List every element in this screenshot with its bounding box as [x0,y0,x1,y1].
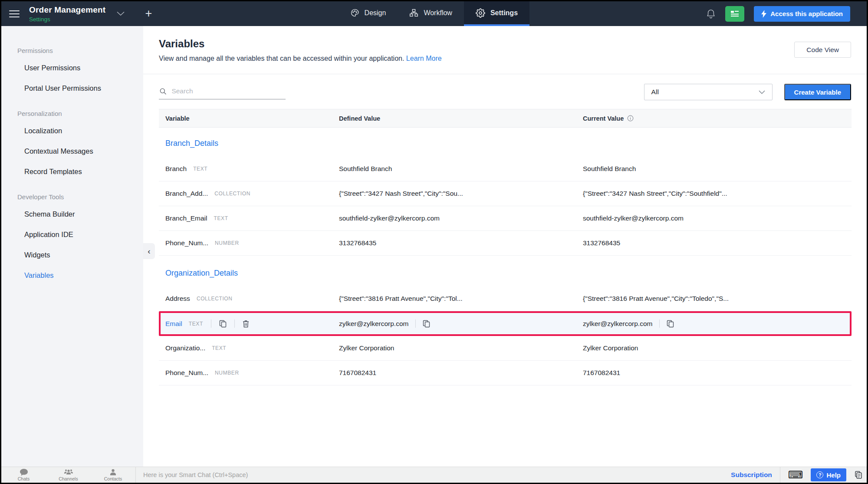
new-application-button[interactable]: + [135,7,161,20]
learn-more-link[interactable]: Learn More [406,55,442,62]
tab-settings[interactable]: Settings [464,1,529,26]
defined-value: zylker@zylkercorp.com [339,320,408,328]
chats-button[interactable]: Chats [1,467,46,483]
sidebar-section-permissions: Permissions [1,43,143,58]
group-title-organization-details[interactable]: Organization_Details [159,256,852,286]
variable-type-badge: TEXT [212,345,226,351]
table-row[interactable]: Branch_Email TEXT southfield-zylker@zylk… [159,206,852,231]
variable-name[interactable]: Phone_Num... [165,369,208,377]
copy-icon[interactable] [423,320,430,328]
variable-type-badge: COLLECTION [214,191,250,197]
subscription-link[interactable]: Subscription [731,471,772,479]
topbar: Order Management Settings + Design [1,1,867,26]
variable-name[interactable]: Address [165,295,190,303]
app-switcher-chevron-down-icon[interactable] [117,11,125,16]
channels-label: Channels [59,476,78,481]
defined-value: southfield-zylker@zylkercorp.com [339,214,440,222]
filter-selected-value: All [651,88,659,96]
code-view-button[interactable]: Code View [794,42,851,58]
channels-button[interactable]: Channels [46,467,91,483]
defined-value: 7167082431 [339,369,376,377]
variable-type-badge: NUMBER [215,240,239,246]
defined-value: 3132768435 [339,239,376,247]
table-row[interactable]: Phone_Num... NUMBER 3132768435 313276843… [159,231,852,256]
app-window: Order Management Settings + Design [0,0,868,484]
icon-divider [659,319,660,328]
help-label: Help [826,471,841,479]
notifications-bell-icon[interactable] [706,9,716,19]
sidebar-item-schema-builder[interactable]: Schema Builder [1,204,143,224]
create-variable-button[interactable]: Create Variable [784,84,851,100]
variable-name[interactable]: Branch_Email [165,214,207,222]
page-description-text: View and manage all the variables that c… [159,55,404,62]
current-value: 7167082431 [583,369,620,377]
variables-table: Variable Defined Value Current Value Bra… [159,109,852,385]
info-icon[interactable] [627,115,634,122]
current-value: zylker@zylkercorp.com [583,320,652,328]
tab-workflow-label: Workflow [424,9,452,17]
delete-icon[interactable] [243,320,249,328]
sidebar-item-contextual-messages[interactable]: Contextual Messages [1,141,143,161]
app-title: Order Management [29,5,105,15]
sidebar-item-portal-user-permissions[interactable]: Portal User Permissions [1,78,143,99]
mode-tabs: Design Workflow Settings [339,1,529,26]
search-box[interactable] [159,85,286,99]
keyboard-shortcuts-icon[interactable]: ⌨︎ [788,470,803,480]
variable-name[interactable]: Branch_Add... [165,190,208,198]
tab-design[interactable]: Design [339,1,398,26]
page-title: Variables [159,38,442,50]
table-row[interactable]: Branch TEXT Southfield Branch Southfield… [159,157,852,181]
contacts-label: Contacts [104,476,122,481]
access-application-label: Access this application [770,10,843,17]
search-input[interactable] [171,87,285,95]
help-button[interactable]: ? Help [811,468,846,481]
bottombar-divider [780,467,780,483]
variable-name[interactable]: Phone_Num... [165,239,208,247]
lightning-icon [761,10,766,18]
contacts-button[interactable]: Contacts [91,467,135,483]
page-description: View and manage all the variables that c… [159,55,442,63]
variable-name[interactable]: Organizatio... [165,344,205,352]
column-current-value: Current Value [583,115,845,122]
sidebar-item-application-ide[interactable]: Application IDE [1,224,143,245]
table-row[interactable]: Branch_Add... COLLECTION {"Street":"3427… [159,181,852,206]
gear-icon [476,8,485,18]
hamburger-menu-icon[interactable] [9,10,20,17]
table-row[interactable]: Address COLLECTION {"Street":"3816 Pratt… [159,286,852,311]
sidebar-item-record-templates[interactable]: Record Templates [1,161,143,182]
table-row[interactable]: Organizatio... TEXT Zylker Corporation Z… [159,336,852,361]
chevron-down-icon [759,90,765,94]
palette-icon [350,8,359,17]
sidebar-item-variables[interactable]: Variables [1,265,143,286]
variable-name[interactable]: Branch [165,165,187,173]
sidebar-item-user-permissions[interactable]: User Permissions [1,58,143,78]
current-value: {"Street":"3816 Pratt Avenue","City":"To… [583,295,729,303]
clipboard-stack-icon[interactable] [854,471,863,479]
icon-divider [415,319,416,328]
group-title-branch-details[interactable]: Branch_Details [159,128,852,157]
defined-value: Southfield Branch [339,165,392,173]
table-row[interactable]: Phone_Num... NUMBER 7167082431 716708243… [159,361,852,385]
collapse-sidebar-button[interactable]: ‹ [143,243,155,259]
variable-type-badge: TEXT [189,321,203,327]
sidebar-item-widgets[interactable]: Widgets [1,245,143,265]
app-identity: Order Management Settings [29,5,105,23]
sidebar-item-localization[interactable]: Localization [1,121,143,141]
search-icon [160,88,166,95]
variable-name[interactable]: Email [165,320,182,328]
table-header-row: Variable Defined Value Current Value [159,109,852,128]
copy-icon[interactable] [219,320,227,328]
release-notes-button[interactable] [725,6,744,22]
variable-type-filter-dropdown[interactable]: All [644,84,773,100]
variables-panel: Variables View and manage all the variab… [143,26,867,467]
table-row-email-highlighted[interactable]: Email TEXT [159,311,852,336]
sidebar-section-personalization: Personalization [1,106,143,121]
defined-value: {"Street":"3816 Pratt Avenue","City":"To… [339,295,463,303]
defined-value: {"Street":"3427 Nash Street","City":"Sou… [339,190,463,198]
smart-chat-input[interactable]: Here is your Smart Chat (Ctrl+Space) [136,467,731,483]
current-value: 3132768435 [583,239,620,247]
tab-workflow[interactable]: Workflow [398,1,464,26]
smart-chat-bar: Chats Channels Contacts Here is your Sma… [1,467,867,483]
access-application-button[interactable]: Access this application [754,6,850,22]
copy-icon[interactable] [667,320,674,328]
